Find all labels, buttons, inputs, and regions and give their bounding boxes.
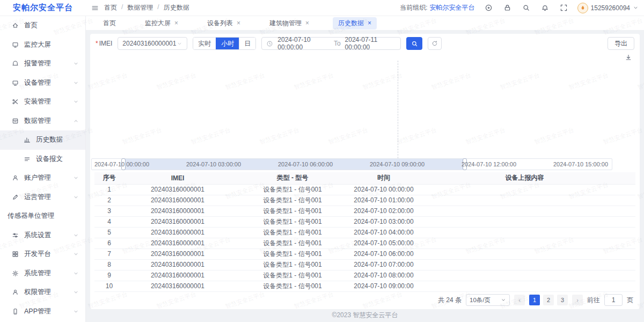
table-cell [414, 216, 635, 227]
sidebar-item-12[interactable]: 开发平台 [0, 245, 85, 264]
table-row: 4202403160000001设备类型1 - 信号0012024-07-10 … [94, 216, 635, 227]
table-cell: 202403160000001 [124, 238, 231, 248]
search-button[interactable] [406, 37, 422, 50]
chevron-down-icon [73, 270, 79, 276]
table-cell: 设备类型1 - 信号001 [231, 184, 354, 195]
sidebar-item-5[interactable]: 数据管理 [0, 112, 85, 131]
bell-icon[interactable] [541, 4, 549, 12]
tab-1[interactable]: 监控大屏× [140, 17, 184, 30]
search-icon[interactable] [522, 4, 530, 12]
next-page-button[interactable]: › [572, 295, 583, 305]
table-cell: 设备类型1 - 信号001 [231, 227, 354, 238]
imei-select[interactable]: 202403160000001 [118, 37, 187, 50]
sidebar-item-7[interactable]: 设备报文 [0, 150, 85, 169]
tab-3[interactable]: 建筑物管理× [264, 17, 314, 30]
table-cell: 2024-07-10 06:00:00 [354, 248, 414, 259]
breadcrumb-item[interactable]: 首页 [104, 3, 117, 12]
sidebar-item-9[interactable]: 运营管理 [0, 188, 85, 207]
top-header: 安帕尔安全平台 首页/数据管理/历史数据 当前组织: 安帕尔安全平台 15259… [0, 0, 644, 16]
table-cell: 202403160000001 [124, 259, 231, 270]
sidebar-item-4[interactable]: 安装管理 [0, 92, 85, 112]
table-cell: 202403160000001 [124, 270, 231, 281]
mode-option-小时[interactable]: 小时 [216, 38, 239, 49]
table-cell: 设备类型1 - 信号001 [231, 216, 354, 227]
table-cell: 202403160000001 [124, 248, 231, 259]
table-cell [414, 195, 635, 206]
table-cell: 设备类型1 - 信号001 [231, 270, 354, 281]
goto-page-input[interactable] [604, 294, 623, 306]
page-button-3[interactable]: 3 [557, 295, 568, 305]
sidebar-item-2[interactable]: 报警管理 [0, 54, 85, 74]
table-cell [414, 238, 635, 248]
date-range-picker[interactable]: 2024-07-10 00:00:00 To 2024-07-11 00:00:… [261, 37, 401, 50]
table-cell [414, 259, 635, 270]
table-cell [414, 227, 635, 238]
sidebar-item-label: 运营管理 [24, 193, 68, 202]
page-size-value: 10条/页 [470, 296, 499, 304]
table-cell: 202403160000001 [124, 216, 231, 227]
sidebar-item-13[interactable]: 系统管理 [0, 264, 85, 283]
chevron-down-icon [177, 41, 182, 47]
clock-icon [266, 40, 273, 47]
page-button-1[interactable]: 1 [529, 295, 540, 305]
install-icon [12, 98, 19, 105]
tab-0[interactable]: 首页 [98, 17, 121, 30]
page-button-2[interactable]: 2 [543, 295, 554, 305]
table-row: 5202403160000001设备类型1 - 信号0012024-07-10 … [94, 227, 635, 238]
total-count: 共 24 条 [438, 296, 462, 305]
mode-option-日[interactable]: 日 [239, 38, 255, 49]
home-icon [12, 22, 19, 29]
close-icon[interactable]: × [368, 19, 371, 27]
sidebar-item-1[interactable]: 监控大屏 [0, 35, 85, 55]
user-menu[interactable]: 15259260094 [577, 3, 639, 13]
breadcrumb-item[interactable]: 数据管理 [127, 3, 153, 12]
sidebar-item-10[interactable]: 传感器单位管理 [0, 207, 85, 226]
breadcrumb-item[interactable]: 历史数据 [164, 3, 189, 12]
data-zoom-slider[interactable]: 2024-07-10 00:00:002024-07-10 03:00:0020… [91, 158, 612, 170]
chevron-down-icon [73, 309, 79, 314]
content-area: *IMEI 202403160000001 实时小时日 2024-07-10 0… [86, 31, 644, 322]
export-button[interactable]: 导出 [608, 37, 634, 50]
mode-option-实时[interactable]: 实时 [193, 38, 216, 49]
sidebar-item-14[interactable]: 权限管理 [0, 283, 85, 302]
table-cell: 2024-07-10 03:00:00 [354, 216, 414, 227]
table-cell: 设备类型1 - 信号001 [231, 248, 354, 259]
globe-icon[interactable] [485, 4, 493, 12]
prev-page-button[interactable]: ‹ [514, 295, 525, 305]
sidebar-item-label: 报警管理 [24, 59, 68, 68]
org-value[interactable]: 安帕尔安全平台 [430, 3, 475, 12]
table-cell: 202403160000001 [124, 227, 231, 238]
tab-2[interactable]: 设备列表× [202, 17, 246, 30]
column-header: 类型 - 型号 [231, 172, 354, 184]
sidebar-item-8[interactable]: 账户管理 [0, 169, 85, 188]
sidebar-item-label: 账户管理 [24, 173, 68, 182]
lock-icon[interactable] [503, 4, 511, 12]
sidebar-item-0[interactable]: 首页 [0, 16, 85, 35]
table-row: 9202403160000001设备类型1 - 信号0012024-07-10 … [94, 270, 635, 281]
tab-4[interactable]: 历史数据× [333, 17, 377, 30]
fullscreen-icon[interactable] [560, 4, 568, 12]
imei-label: *IMEI [96, 40, 112, 47]
sidebar-item-6[interactable]: 历史数据 [0, 130, 85, 150]
sidebar-item-11[interactable]: 系统设置 [0, 226, 85, 245]
sidebar-item-3[interactable]: 设备管理 [0, 74, 85, 93]
sidebar-item-15[interactable]: APP管理 [0, 302, 85, 321]
app-title: 安帕尔安全平台 [0, 3, 86, 13]
history-data-card: *IMEI 202403160000001 实时小时日 2024-07-10 0… [90, 34, 640, 309]
tab-label: 建筑物管理 [269, 19, 302, 28]
download-icon[interactable] [625, 54, 632, 63]
table-cell: 2 [94, 195, 124, 206]
goto-label: 前往 [587, 296, 600, 305]
close-icon[interactable]: × [174, 19, 178, 27]
sidebar-item-label: 安装管理 [24, 97, 68, 106]
table-cell: 设备类型1 - 信号001 [231, 238, 354, 248]
refresh-button[interactable] [428, 37, 442, 50]
close-icon[interactable]: × [305, 19, 309, 27]
table-cell: 设备类型1 - 信号001 [231, 206, 354, 216]
table-cell: 2024-07-10 01:00:00 [354, 195, 414, 206]
table-cell: 设备类型1 - 信号001 [231, 281, 354, 291]
permission-icon [12, 289, 19, 296]
page-size-select[interactable]: 10条/页 [466, 294, 510, 306]
hamburger-icon[interactable] [91, 4, 99, 12]
close-icon[interactable]: × [237, 19, 240, 27]
